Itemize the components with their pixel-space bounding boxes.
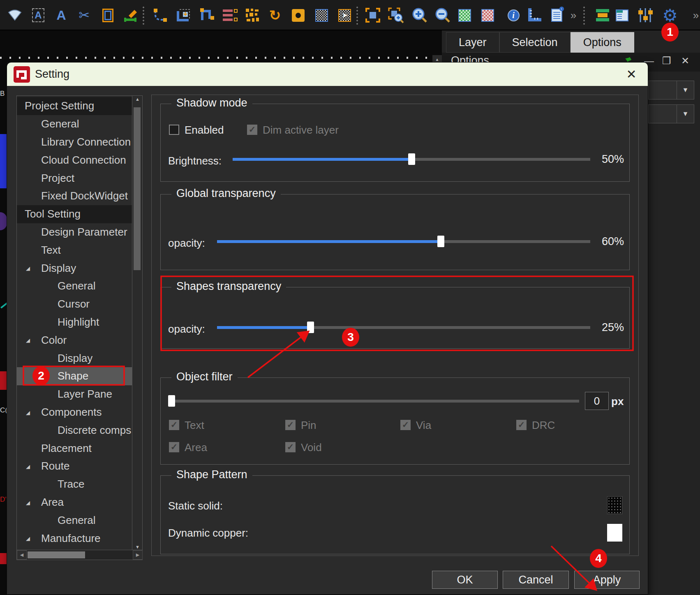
tree-item-area[interactable]: ◢Area (17, 493, 132, 512)
fan-select-icon[interactable] (5, 6, 24, 25)
layers-icon[interactable] (593, 6, 612, 25)
cut-icon[interactable]: ✂ (75, 6, 94, 25)
cancel-button[interactable]: Cancel (503, 571, 569, 589)
brightness-slider[interactable] (233, 153, 590, 165)
panel-icon[interactable] (612, 6, 631, 25)
ok-button[interactable]: OK (432, 571, 498, 589)
measure-icon[interactable] (121, 6, 140, 25)
dialog-titlebar[interactable]: Setting ✕ (7, 63, 648, 86)
chevron-down-icon: ▼ (682, 110, 689, 118)
more-chevron-icon[interactable]: » (564, 6, 583, 25)
slider-handle[interactable] (307, 322, 314, 333)
slider-handle[interactable] (168, 395, 175, 407)
scroll-up-icon[interactable]: ▲ (132, 97, 143, 102)
pattern-icon[interactable] (243, 6, 262, 25)
tree-item-general[interactable]: General (17, 511, 132, 529)
pcb-canvas-left[interactable]: B C( D' (0, 63, 7, 595)
tree-item-highlight[interactable]: Highlight (17, 313, 132, 331)
tree-item-placement[interactable]: Placement (17, 439, 132, 457)
rotate-icon[interactable]: ↻ (266, 6, 284, 25)
expand-arrow-icon[interactable]: ◢ (26, 500, 30, 506)
tree-item-discrete-comps[interactable]: Discrete comps (17, 421, 132, 439)
slider-handle[interactable] (437, 236, 444, 247)
tree-item-library-connection[interactable]: Library Connection (17, 133, 132, 151)
tree-item-label: Display (17, 352, 92, 365)
tree-item-tool-setting[interactable]: Tool Setting (17, 205, 132, 223)
net-combobox[interactable]: ▼ (648, 104, 694, 123)
pad-icon[interactable] (289, 6, 307, 25)
slider-handle[interactable] (408, 153, 415, 165)
paste-region-icon[interactable] (174, 6, 193, 25)
scroll-left-icon[interactable]: ◀ (17, 550, 27, 560)
adjust-icon[interactable] (636, 6, 655, 25)
report-icon[interactable]: i (547, 6, 566, 25)
zoom-in-icon[interactable] (410, 6, 429, 25)
select-region-icon[interactable]: ➤ (335, 6, 354, 25)
tab-options[interactable]: Options (571, 32, 634, 53)
grid-green-icon[interactable] (455, 6, 474, 25)
brightness-value: 50% (591, 153, 624, 166)
layer-combobox[interactable]: ▼ (648, 81, 694, 100)
scrollbar-thumb[interactable] (134, 107, 141, 270)
tree-horizontal-scrollbar[interactable]: ◀ ▶ (17, 550, 143, 560)
tree-item-project[interactable]: Project (17, 169, 132, 187)
dialog-close-icon[interactable]: ✕ (624, 67, 639, 81)
tree-item-general[interactable]: General (17, 115, 132, 133)
zoom-fit-icon[interactable] (363, 6, 382, 25)
enabled-checkbox[interactable] (169, 125, 179, 135)
apply-button[interactable]: Apply (574, 571, 640, 589)
route-icon[interactable] (198, 6, 217, 25)
dynamic-copper-swatch[interactable] (607, 524, 622, 542)
tree-item-fixed-dockwidget[interactable]: Fixed DockWidget (17, 187, 132, 205)
tree-item-color[interactable]: ◢Color (17, 331, 132, 349)
tab-selection[interactable]: Selection (499, 32, 571, 53)
settings-gear-icon[interactable]: ⚙ (661, 6, 679, 25)
tab-layer[interactable]: Layer (446, 32, 499, 53)
object-filter-spinbox[interactable]: 0 (585, 392, 609, 410)
ruler-icon[interactable] (525, 6, 544, 25)
expand-arrow-icon[interactable]: ◢ (26, 265, 30, 271)
expand-arrow-icon[interactable]: ◢ (26, 463, 30, 470)
expand-arrow-icon[interactable]: ◢ (26, 410, 30, 416)
tree-item-trace[interactable]: Trace (17, 475, 132, 493)
more-chevron-icon[interactable]: » (686, 6, 700, 25)
global-opacity-slider[interactable] (217, 236, 590, 247)
zoom-out-icon[interactable] (433, 6, 452, 25)
text-icon[interactable]: A (52, 6, 71, 25)
polyline-icon[interactable] (150, 6, 169, 25)
tree-item-cursor[interactable]: Cursor (17, 295, 132, 313)
tree-item-text[interactable]: Text (17, 241, 132, 259)
info-icon[interactable]: i (504, 6, 523, 25)
canvas-ruler (0, 57, 432, 59)
zoom-region-icon[interactable] (386, 6, 405, 25)
object-filter-slider[interactable] (168, 395, 579, 407)
grid-red-icon[interactable] (478, 6, 497, 25)
tree-item-route[interactable]: ◢Route (17, 457, 132, 475)
expand-arrow-icon[interactable]: ◢ (26, 337, 30, 343)
restore-icon[interactable]: ❐ (662, 55, 671, 67)
close-icon[interactable]: ✕ (681, 55, 689, 67)
scrollbar-thumb[interactable] (28, 551, 85, 558)
static-solid-swatch[interactable] (607, 496, 622, 514)
tree-item-layer-pane[interactable]: Layer Pane (17, 385, 132, 403)
expand-arrow-icon[interactable]: ◢ (26, 535, 30, 542)
tree-item-display[interactable]: Display (17, 349, 132, 367)
rectangle-icon[interactable] (98, 6, 117, 25)
tree-item-design-parameter[interactable]: Design Parameter (17, 223, 132, 241)
tree-item-general[interactable]: General (17, 277, 132, 295)
scroll-down-icon[interactable]: ▼ (132, 544, 143, 549)
tree-item-display[interactable]: ◢Display (17, 259, 132, 277)
tree-item-label: Placement (17, 442, 92, 455)
pcb-canvas[interactable]: ▲ (0, 30, 442, 63)
tree-item-project-setting[interactable]: Project Setting (17, 97, 132, 115)
tree-item-components[interactable]: ◢Components (17, 403, 132, 421)
shape-region-icon[interactable] (312, 6, 331, 25)
dim-active-layer-label: Dim active layer (263, 124, 339, 137)
text-frame-icon[interactable]: A (29, 6, 48, 25)
scroll-right-icon[interactable]: ▶ (133, 550, 143, 560)
shapes-opacity-slider[interactable] (217, 322, 590, 333)
netlist-icon[interactable] (221, 6, 240, 25)
tree-item-manufacture[interactable]: ◢Manufacture (17, 529, 132, 547)
tree-item-cloud-connection[interactable]: Cloud Connection (17, 151, 132, 169)
tree-vertical-scrollbar[interactable]: ▲ ▼ (132, 96, 142, 550)
